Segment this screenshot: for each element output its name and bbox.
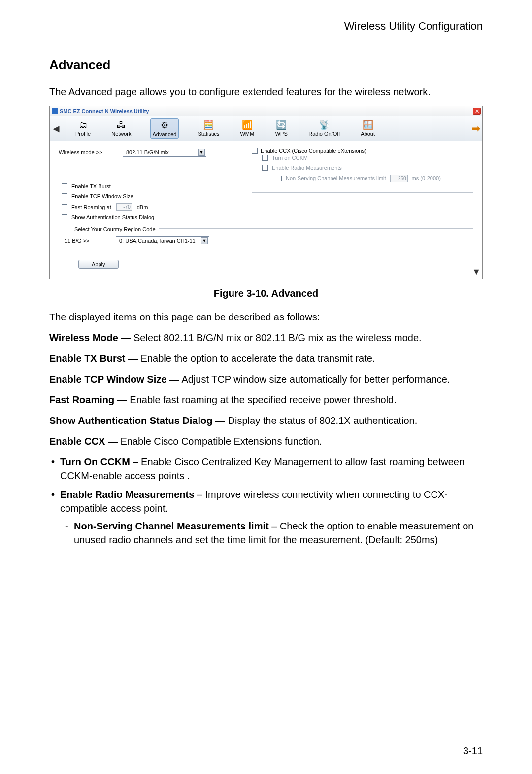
chevron-down-icon: ▼	[201, 237, 208, 244]
wireless-mode-value: 802.11 B/G/N mix	[126, 149, 169, 155]
wireless-mode-label: Wireless mode >>	[59, 149, 118, 155]
toolbar-network[interactable]: 🖧 Network	[109, 118, 133, 139]
desc-auth-dialog: Show Authentication Status Dialog — Disp…	[49, 414, 483, 427]
toolbar-network-label: Network	[111, 131, 131, 137]
network-icon: 🖧	[115, 119, 128, 130]
app-window: SMC EZ Connect N Wireless Utility ✕ ◄ 🗂 …	[49, 106, 483, 279]
toolbar-advanced[interactable]: ⚙ Advanced	[150, 118, 179, 139]
desc-enable-ccx: Enable CCX — Enable Cisco Compatible Ext…	[49, 434, 483, 448]
nav-down-icon[interactable]: ▼	[472, 267, 481, 277]
toolbar: 🗂 Profile 🖧 Network ⚙ Advanced 🧮 Statist…	[63, 116, 469, 141]
statistics-icon: 🧮	[202, 119, 215, 130]
toolbar-radio-label: Radio On/Off	[308, 131, 340, 137]
tcp-window-label: Enable TCP Window Size	[71, 193, 133, 199]
chevron-down-icon: ▼	[198, 149, 205, 156]
bullet-cckm: Turn On CCKM – Enable Cisco Centralized …	[60, 455, 483, 483]
page-number: 3-11	[463, 745, 483, 757]
toolbar-wmm-label: WMM	[240, 131, 254, 137]
wps-icon: 🔄	[275, 119, 288, 130]
toolbar-wmm[interactable]: 📶 WMM	[238, 118, 256, 139]
cckm-checkbox[interactable]	[262, 155, 268, 161]
radio-icon: 📡	[318, 119, 331, 130]
tcp-window-checkbox[interactable]	[62, 193, 67, 199]
toolbar-wps[interactable]: 🔄 WPS	[273, 118, 290, 139]
toolbar-advanced-label: Advanced	[153, 131, 177, 137]
section-heading-advanced: Advanced	[49, 57, 483, 72]
nscm-input[interactable]	[390, 175, 408, 182]
wmm-icon: 📶	[241, 119, 254, 130]
nav-right-icon[interactable]: ➡	[469, 116, 482, 141]
region-legend: Select Your Country Region Code	[74, 226, 156, 232]
cckm-label: Turn on CCKM	[272, 155, 308, 161]
toolbar-statistics[interactable]: 🧮 Statistics	[196, 118, 221, 139]
nscm-unit: ms (0-2000)	[412, 176, 441, 181]
auth-dialog-checkbox[interactable]	[62, 214, 67, 220]
profile-icon: 🗂	[77, 119, 90, 130]
tx-burst-checkbox[interactable]	[62, 183, 67, 189]
fast-roaming-checkbox[interactable]	[62, 204, 67, 210]
bg-label: 11 B/G >>	[65, 238, 111, 244]
about-icon: 🪟	[362, 119, 374, 130]
toolbar-profile[interactable]: 🗂 Profile	[73, 118, 93, 139]
ccx-sublist: Turn On CCKM – Enable Cisco Centralized …	[49, 455, 483, 547]
toolbar-about[interactable]: 🪟 About	[359, 118, 377, 139]
radio-measurements-checkbox[interactable]	[262, 165, 268, 171]
desc-fast-roaming: Fast Roaming — Enable fast roaming at th…	[49, 393, 483, 407]
desc-tx-burst: Enable TX Burst — Enable the option to a…	[49, 352, 483, 365]
wireless-mode-select[interactable]: 802.11 B/G/N mix ▼	[123, 148, 206, 157]
apply-button[interactable]: Apply	[78, 260, 119, 269]
tx-burst-label: Enable TX Burst	[71, 183, 111, 189]
enable-ccx-checkbox[interactable]	[252, 148, 258, 154]
desc-tcp-window: Enable TCP Window Size — Adjust TCP wind…	[49, 372, 483, 386]
after-fig-text: The displayed items on this page can be …	[49, 310, 483, 324]
sub-nscm: Non-Serving Channel Measurements limit –…	[74, 519, 483, 547]
titlebar: SMC EZ Connect N Wireless Utility ✕	[50, 106, 482, 116]
content-area: Wireless mode >> 802.11 B/G/N mix ▼ Enab…	[50, 141, 482, 279]
figure-caption: Figure 3-10. Advanced	[49, 288, 483, 299]
advanced-icon: ⚙	[158, 120, 171, 131]
app-icon	[52, 108, 58, 114]
toolbar-about-label: About	[361, 131, 375, 137]
bullet-radio-meas: Enable Radio Measurements – Improve wire…	[60, 488, 483, 547]
ccx-group: Enable CCX (Cisco Compatible eXtensions)…	[252, 148, 473, 193]
nscm-checkbox[interactable]	[276, 176, 282, 181]
toolbar-wps-label: WPS	[275, 131, 288, 137]
auth-dialog-label: Show Authentication Status Dialog	[71, 214, 154, 220]
toolbar-statistics-label: Statistics	[198, 131, 219, 137]
intro-paragraph: The Advanced page allows you to configur…	[49, 85, 483, 99]
enable-ccx-label: Enable CCX (Cisco Compatible eXtensions)	[261, 148, 366, 154]
fast-roaming-label: Fast Roaming at	[71, 204, 111, 210]
fast-roaming-unit: dBm	[137, 204, 148, 210]
page-header: Wireless Utility Configuration	[49, 20, 483, 33]
desc-wireless-mode: Wireless Mode — Select 802.11 B/G/N mix …	[49, 331, 483, 345]
toolbar-radio[interactable]: 📡 Radio On/Off	[306, 118, 342, 139]
toolbar-profile-label: Profile	[75, 131, 91, 137]
close-icon[interactable]: ✕	[473, 108, 481, 115]
nav-left-icon[interactable]: ◄	[50, 116, 63, 141]
nscm-label: Non-Serving Channel Measurements limit	[286, 176, 386, 181]
region-value: 0: USA,Canada,Taiwan CH1-11	[119, 238, 196, 244]
fast-roaming-input[interactable]	[116, 203, 132, 211]
radio-measurements-label: Enable Radio Measurements	[272, 165, 342, 171]
region-select[interactable]: 0: USA,Canada,Taiwan CH1-11 ▼	[116, 236, 209, 245]
window-title: SMC EZ Connect N Wireless Utility	[60, 108, 149, 114]
